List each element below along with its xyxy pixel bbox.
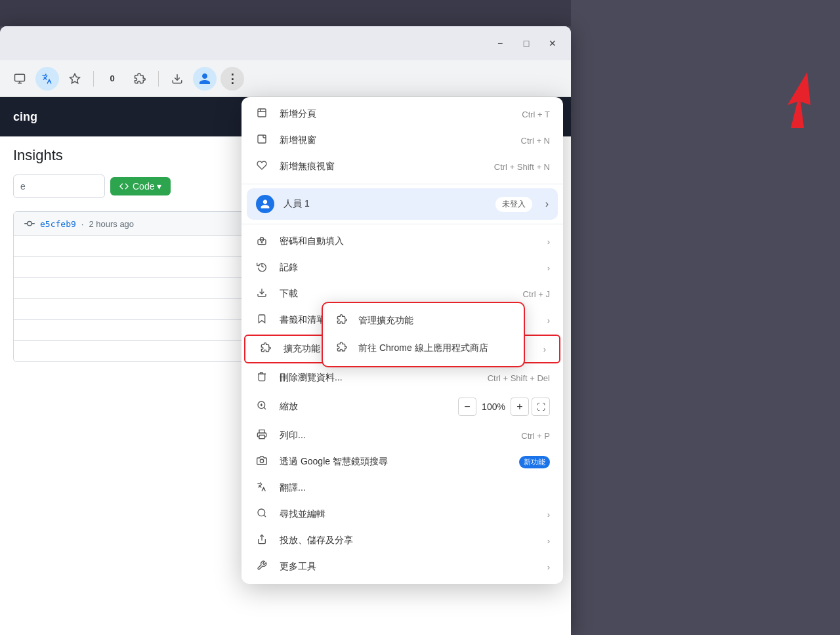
history-icon: [255, 261, 269, 274]
menu-divider-1: [242, 184, 563, 184]
menu-item-passwords[interactable]: 密碼和自動填入 ›: [242, 228, 563, 255]
cast-icon: [255, 534, 269, 547]
screen-share-icon[interactable]: [8, 67, 32, 91]
new-tab-icon: [255, 108, 269, 121]
maximize-button[interactable]: □: [516, 33, 537, 54]
zoom-plus-button[interactable]: +: [511, 398, 529, 416]
more-options-button[interactable]: ⋮: [220, 67, 244, 91]
commit-hash[interactable]: e5cfeb9: [40, 219, 76, 229]
clear-data-label: 刪除瀏覽資料...: [280, 372, 488, 384]
menu-item-clear-data[interactable]: 刪除瀏覽資料... Ctrl + Shift + Del: [242, 365, 563, 391]
chrome-store-icon: [335, 342, 349, 355]
chrome-store-label: 前往 Chrome 線上應用程式商店: [358, 342, 488, 354]
passwords-label: 密碼和自動填入: [280, 236, 539, 247]
menu-item-translate[interactable]: 翻譯...: [242, 475, 563, 501]
manage-ext-label: 管理擴充功能: [358, 315, 413, 327]
incognito-label: 新增無痕視窗: [280, 161, 494, 173]
manage-extensions-item[interactable]: 管理擴充功能: [323, 307, 524, 335]
chrome-store-item[interactable]: 前往 Chrome 線上應用程式商店: [323, 335, 524, 362]
google-lens-label: 透過 Google 智慧鏡頭搜尋: [280, 456, 514, 468]
new-feature-badge: 新功能: [519, 456, 550, 468]
svg-marker-2: [70, 73, 80, 83]
downloads-shortcut: Ctrl + J: [522, 289, 550, 299]
incognito-icon: [255, 160, 269, 173]
menu-item-cast[interactable]: 投放、儲存及分享 ›: [242, 527, 563, 554]
svg-rect-4: [258, 109, 266, 117]
browser-toolbar: 0 ⋮: [0, 60, 571, 97]
new-tab-label: 新增分頁: [280, 108, 522, 120]
passwords-arrow-icon: ›: [547, 237, 550, 247]
new-window-label: 新增視窗: [280, 134, 521, 146]
commit-time: ·: [81, 219, 84, 229]
code-button[interactable]: Code ▾: [110, 177, 171, 195]
download-icon[interactable]: [165, 67, 189, 91]
zoom-minus-button[interactable]: −: [458, 398, 476, 416]
extensions-submenu: 管理擴充功能 前往 Chrome 線上應用程式商店: [322, 302, 525, 367]
toolbar-divider-1: [93, 71, 94, 87]
menu-item-print[interactable]: 列印... Ctrl + P: [242, 422, 563, 449]
find-edit-label: 尋找並編輯: [280, 508, 539, 520]
downloads-label: 下載: [280, 288, 522, 300]
menu-divider-2: [242, 224, 563, 224]
menu-item-history[interactable]: 記錄 ›: [242, 255, 563, 281]
zoom-value-display: 100%: [479, 401, 508, 412]
profile-section[interactable]: 人員 1 未登入 ›: [247, 188, 558, 220]
minimize-button[interactable]: −: [490, 33, 511, 54]
menu-item-new-window[interactable]: 新增視窗 Ctrl + N: [242, 127, 563, 154]
translate-icon[interactable]: [35, 67, 59, 91]
more-options-icon: ⋮: [226, 72, 238, 86]
bookmarks-icon: [255, 314, 269, 327]
more-tools-label: 更多工具: [280, 561, 539, 573]
profile-arrow-icon: ›: [545, 198, 549, 210]
print-label: 列印...: [280, 430, 521, 441]
menu-item-zoom: 縮放 − 100% + ⛶: [242, 391, 563, 422]
svg-point-14: [258, 509, 265, 516]
menu-item-incognito[interactable]: 新增無痕視窗 Ctrl + Shift + N: [242, 154, 563, 180]
zoom-label: 縮放: [280, 401, 458, 413]
google-lens-icon: [255, 455, 269, 468]
password-icon: [255, 235, 269, 248]
zoom-fullscreen-button[interactable]: ⛶: [532, 398, 550, 416]
window-controls: − □ ✕: [490, 33, 563, 54]
svg-point-13: [260, 459, 263, 462]
badge-icon[interactable]: 0: [100, 67, 124, 91]
svg-rect-5: [258, 135, 266, 143]
svg-rect-12: [259, 435, 264, 438]
new-window-shortcut: Ctrl + N: [521, 136, 550, 146]
toolbar-divider-2: [158, 71, 159, 87]
close-button[interactable]: ✕: [542, 33, 563, 54]
more-tools-icon: [255, 560, 269, 573]
bookmark-icon[interactable]: [63, 67, 87, 91]
print-icon: [255, 429, 269, 442]
clear-data-shortcut: Ctrl + Shift + Del: [488, 373, 550, 383]
repo-title: cing: [13, 110, 37, 124]
zoom-icon: [255, 400, 269, 413]
download-menu-icon: [255, 287, 269, 300]
menu-item-more-tools[interactable]: 更多工具 ›: [242, 554, 563, 580]
profile-name: 人員 1: [284, 198, 486, 210]
translate-label: 翻譯...: [280, 482, 550, 494]
extensions-arrow-icon: ›: [543, 344, 546, 354]
incognito-shortcut: Ctrl + Shift + N: [494, 162, 550, 172]
background-overlay: [571, 0, 840, 635]
cast-arrow-icon: ›: [547, 536, 550, 546]
bookmarks-arrow-icon: ›: [547, 316, 550, 325]
search-input[interactable]: [13, 174, 105, 198]
find-edit-icon: [255, 508, 269, 521]
zoom-controls: − 100% + ⛶: [458, 398, 550, 416]
browser-window: − □ ✕ 0: [0, 26, 571, 635]
extensions-menu-icon: [259, 342, 273, 356]
menu-item-find-edit[interactable]: 尋找並編輯 ›: [242, 501, 563, 527]
translate-menu-icon: [255, 481, 269, 495]
menu-item-google-lens[interactable]: 透過 Google 智慧鏡頭搜尋 新功能: [242, 449, 563, 475]
history-arrow-icon: ›: [547, 263, 550, 273]
svg-rect-1: [15, 74, 25, 81]
more-tools-arrow-icon: ›: [547, 562, 550, 572]
print-shortcut: Ctrl + P: [521, 431, 550, 441]
find-edit-arrow-icon: ›: [547, 510, 550, 520]
profile-icon[interactable]: [193, 67, 217, 91]
new-window-icon: [255, 134, 269, 147]
extensions-icon[interactable]: [128, 67, 152, 91]
menu-item-new-tab[interactable]: 新增分頁 Ctrl + T: [242, 101, 563, 127]
history-label: 記錄: [280, 262, 539, 274]
